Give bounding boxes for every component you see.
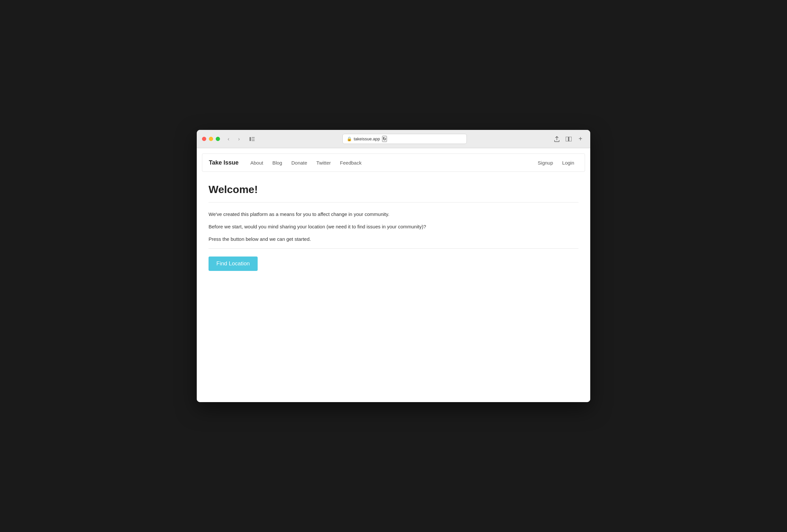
lock-icon: 🔒: [347, 136, 352, 141]
browser-window: ‹ › 🔒 takeissue.app ↻: [197, 130, 590, 402]
sidebar-toggle-button[interactable]: [248, 134, 257, 143]
nav-buttons: ‹ ›: [224, 134, 243, 143]
page-title: Welcome!: [209, 183, 578, 196]
svg-rect-4: [566, 137, 568, 141]
split-icon: [566, 137, 572, 141]
sidebar-icon: [250, 137, 255, 141]
split-button[interactable]: [564, 134, 573, 143]
site-content: Take Issue About Blog Donate Twitter Fee…: [197, 153, 590, 402]
nav-link-about[interactable]: About: [247, 157, 267, 168]
navbar: Take Issue About Blog Donate Twitter Fee…: [202, 153, 585, 172]
nav-link-twitter[interactable]: Twitter: [312, 157, 335, 168]
svg-rect-1: [252, 137, 255, 138]
intro-paragraph-3: Press the button below and we can get st…: [209, 235, 578, 243]
nav-link-donate[interactable]: Donate: [288, 157, 311, 168]
refresh-button[interactable]: ↻: [382, 136, 387, 142]
browser-actions: +: [552, 134, 585, 143]
url-text: takeissue.app: [354, 136, 380, 141]
find-location-button[interactable]: Find Location: [209, 257, 258, 271]
svg-rect-2: [252, 139, 255, 139]
navbar-links: About Blog Donate Twitter Feedback: [247, 157, 366, 168]
main-content: Welcome! We've created this platform as …: [197, 177, 590, 278]
nav-link-signup[interactable]: Signup: [534, 157, 557, 168]
close-button[interactable]: [202, 137, 206, 141]
maximize-button[interactable]: [216, 137, 220, 141]
nav-link-feedback[interactable]: Feedback: [336, 157, 366, 168]
forward-button[interactable]: ›: [234, 134, 243, 143]
share-button[interactable]: [552, 134, 561, 143]
top-divider: [209, 202, 578, 202]
nav-link-blog[interactable]: Blog: [269, 157, 286, 168]
svg-rect-5: [569, 137, 572, 141]
nav-brand[interactable]: Take Issue: [209, 159, 239, 166]
share-icon: [554, 136, 559, 142]
intro-paragraph-2: Before we start, would you mind sharing …: [209, 223, 578, 231]
new-tab-button[interactable]: +: [576, 134, 585, 143]
svg-rect-0: [250, 137, 251, 141]
traffic-lights: [202, 137, 220, 141]
intro-paragraph-1: We've created this platform as a means f…: [209, 210, 578, 218]
bottom-divider: [209, 248, 578, 249]
minimize-button[interactable]: [209, 137, 213, 141]
back-button[interactable]: ‹: [224, 134, 233, 143]
nav-link-login[interactable]: Login: [558, 157, 578, 168]
address-bar-wrapper: 🔒 takeissue.app ↻: [261, 134, 548, 144]
navbar-right: Signup Login: [534, 157, 578, 168]
browser-chrome: ‹ › 🔒 takeissue.app ↻: [197, 130, 590, 148]
address-bar[interactable]: 🔒 takeissue.app ↻: [342, 134, 467, 144]
svg-rect-3: [252, 140, 255, 141]
